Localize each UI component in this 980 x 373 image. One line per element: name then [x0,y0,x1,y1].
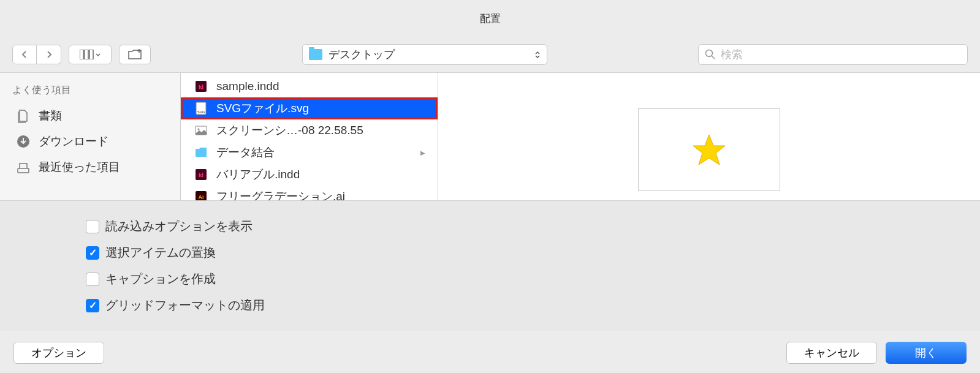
option-row: 選択アイテムの置換 [86,239,894,266]
option-label: キャプションを作成 [105,271,216,287]
file-name: sample.indd [216,80,279,93]
option-row: グリッドフォーマットの適用 [86,292,894,318]
file-item[interactable]: SVGSVGファイル.svg [181,97,438,119]
documents-icon [15,108,31,124]
options-panel: 読み込みオプションを表示選択アイテムの置換キャプションを作成グリッドフォーマット… [0,201,980,331]
back-button[interactable] [12,45,37,64]
chevron-right-icon [46,50,52,59]
window-titlebar: 配置 [0,0,980,37]
toolbar: デスクトップ [0,37,980,72]
cancel-button[interactable]: キャンセル [786,342,877,364]
updown-icon [534,51,541,59]
file-name: SVGファイル.svg [216,100,309,116]
svg-rect-0 [80,50,83,59]
file-item[interactable]: スクリーンシ…-08 22.58.55 [181,119,438,141]
sidebar-item-recents[interactable]: 最近使った項目 [0,154,180,180]
nav-group [12,45,61,64]
option-label: グリッドフォーマットの適用 [105,297,265,314]
sidebar-item-documents[interactable]: 書類 [0,103,180,129]
sidebar-item-label: 書類 [39,108,62,124]
indd-icon: Id [193,167,209,183]
image-icon [193,122,209,138]
preview-pane [438,73,980,200]
content-area: よく使う項目 書類 ダウンロード 最近使った項目 Idsample.inddSV… [0,72,980,201]
file-item[interactable]: Aiフリーグラデーション.ai [181,186,438,200]
chevron-down-icon [96,53,101,56]
folder-plus-icon [127,49,142,60]
search-box[interactable] [698,44,968,65]
option-label: 選択アイテムの置換 [105,244,216,261]
svg-point-3 [706,50,713,57]
sidebar-item-label: 最近使った項目 [39,159,120,175]
chevron-left-icon [21,50,28,59]
new-folder-button[interactable] [119,45,151,64]
svg-text:Ai: Ai [199,194,204,200]
sidebar-header: よく使う項目 [0,84,180,103]
forward-button[interactable] [37,45,61,64]
checkbox[interactable] [86,299,99,312]
option-row: キャプションを作成 [86,266,894,292]
columns-icon [80,50,94,59]
folder-icon [193,145,209,160]
checkbox[interactable] [86,220,99,233]
svg-text:Id: Id [199,84,203,90]
checkbox[interactable] [86,273,99,286]
file-name: データ結合 [216,145,275,160]
option-label: 読み込みオプションを表示 [105,218,253,235]
svg-rect-5 [18,168,29,173]
sidebar: よく使う項目 書類 ダウンロード 最近使った項目 [0,73,181,200]
svg-rect-1 [85,50,88,59]
view-mode-button[interactable] [69,45,112,64]
search-input[interactable] [721,48,961,61]
window-title: 配置 [480,12,501,26]
footer: オプション キャンセル 開く [0,331,980,373]
downloads-icon [15,134,31,149]
checkbox[interactable] [86,246,99,260]
location-label: デスクトップ [329,47,534,62]
folder-icon [309,49,322,60]
sidebar-item-downloads[interactable]: ダウンロード [0,129,180,154]
search-icon [705,49,716,60]
svg-text:Id: Id [199,172,203,178]
recents-icon [15,159,31,175]
option-row: 読み込みオプションを表示 [86,213,894,239]
file-name: フリーグラデーション.ai [216,189,345,200]
file-item[interactable]: データ結合▶ [181,141,438,164]
indd-icon: Id [193,78,209,94]
location-dropdown[interactable]: デスクトップ [302,44,547,65]
preview-thumbnail [638,108,780,191]
file-name: スクリーンシ…-08 22.58.55 [216,122,363,138]
svg-text:SVG: SVG [197,110,205,114]
star-icon [691,132,727,168]
svg-rect-2 [89,50,93,59]
file-item[interactable]: Idsample.indd [181,75,438,97]
file-name: バリアブル.indd [216,167,300,183]
file-list[interactable]: Idsample.inddSVGSVGファイル.svgスクリーンシ…-08 22… [181,73,438,200]
svg-icon: SVG [193,100,209,116]
file-item[interactable]: Idバリアブル.indd [181,164,438,186]
ai-icon: Ai [193,189,209,200]
svg-point-11 [198,129,200,130]
sidebar-item-label: ダウンロード [39,134,108,149]
chevron-right-icon: ▶ [420,149,425,156]
open-button[interactable]: 開く [886,342,967,364]
options-button[interactable]: オプション [13,342,104,364]
